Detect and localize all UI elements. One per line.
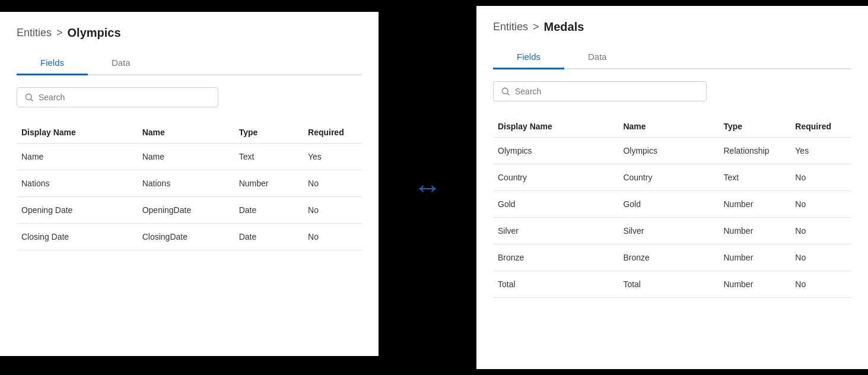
cell-name: Total xyxy=(618,271,718,298)
table-row: Total Total Number No xyxy=(493,271,851,298)
cell-display-name: Olympics xyxy=(493,138,618,164)
table-header-left: Display Name Name Type Required xyxy=(17,122,362,144)
cell-display-name: Country xyxy=(493,164,618,191)
tab-fields-right[interactable]: Fields xyxy=(493,46,564,69)
tab-data-left[interactable]: Data xyxy=(88,52,154,75)
search-icon-right xyxy=(501,87,510,96)
svg-point-2 xyxy=(502,88,508,94)
table-row: Opening Date OpeningDate Date No xyxy=(17,197,362,224)
table-row: Closing Date ClosingDate Date No xyxy=(17,224,362,250)
table-row: Bronze Bronze Number No xyxy=(493,244,851,271)
cell-type: Date xyxy=(234,224,303,250)
cell-type: Number xyxy=(234,170,303,197)
cell-type: Text xyxy=(719,164,791,191)
table-row: Gold Gold Number No xyxy=(493,191,851,218)
col-header-display-name-right: Display Name xyxy=(493,116,618,138)
cell-required: No xyxy=(790,191,851,218)
cell-required: No xyxy=(790,244,851,271)
cell-name: OpeningDate xyxy=(138,197,234,224)
breadcrumb-separator-right: > xyxy=(533,21,539,33)
cell-type: Text xyxy=(234,144,303,170)
cell-name: Country xyxy=(618,164,718,191)
cell-display-name: Nations xyxy=(17,170,138,197)
svg-point-0 xyxy=(26,94,31,100)
breadcrumb-entities-left: Entities xyxy=(17,27,52,39)
cell-name: ClosingDate xyxy=(138,224,234,250)
cell-display-name: Gold xyxy=(493,191,618,218)
cell-required: No xyxy=(303,224,362,250)
col-header-type-right: Type xyxy=(719,116,791,138)
cell-type: Number xyxy=(719,191,791,218)
table-row: Silver Silver Number No xyxy=(493,218,851,244)
cell-name: Bronze xyxy=(618,244,718,271)
cell-name: Gold xyxy=(618,191,718,218)
table-row: Nations Nations Number No xyxy=(17,170,362,197)
col-header-type-left: Type xyxy=(234,122,303,144)
cell-display-name: Name xyxy=(17,144,138,170)
breadcrumb-entities-right: Entities xyxy=(493,21,528,33)
tabs-right: Fields Data xyxy=(493,46,851,69)
cell-display-name: Silver xyxy=(493,218,618,244)
cell-required: No xyxy=(790,218,851,244)
double-arrow-icon: ↔ xyxy=(414,173,442,202)
search-box-right xyxy=(493,81,707,101)
breadcrumb-current-right: Medals xyxy=(544,20,584,34)
cell-display-name: Bronze xyxy=(493,244,618,271)
breadcrumb-right: Entities > Medals xyxy=(493,20,851,34)
cell-type: Number xyxy=(719,218,791,244)
cell-display-name: Opening Date xyxy=(17,197,138,224)
cell-required: Yes xyxy=(303,144,362,170)
table-row: Name Name Text Yes xyxy=(17,144,362,170)
cell-name: Silver xyxy=(618,218,718,244)
cell-required: Yes xyxy=(790,138,851,164)
tab-data-right[interactable]: Data xyxy=(564,46,631,69)
table-header-right: Display Name Name Type Required xyxy=(493,116,851,138)
svg-line-3 xyxy=(507,93,510,96)
table-row: Olympics Olympics Relationship Yes xyxy=(493,138,851,164)
svg-line-1 xyxy=(31,99,33,101)
right-panel: Entities > Medals Fields Data Display Na… xyxy=(476,6,868,369)
cell-display-name: Closing Date xyxy=(17,224,138,250)
col-header-name-right: Name xyxy=(618,116,718,138)
col-header-required-right: Required xyxy=(790,116,851,138)
cell-required: No xyxy=(303,170,362,197)
breadcrumb-current-left: Olympics xyxy=(68,26,121,40)
cell-name: Olympics xyxy=(618,138,718,164)
cell-type: Number xyxy=(719,244,791,271)
search-input-right[interactable] xyxy=(515,87,699,96)
cell-type: Number xyxy=(719,271,791,298)
col-header-name-left: Name xyxy=(138,122,234,144)
cell-required: No xyxy=(303,197,362,224)
cell-type: Date xyxy=(234,197,303,224)
col-header-display-name-left: Display Name xyxy=(17,122,138,144)
relationship-arrow: ↔ xyxy=(379,173,476,202)
table-row: Country Country Text No xyxy=(493,164,851,191)
cell-name: Nations xyxy=(138,170,234,197)
col-header-required-left: Required xyxy=(303,122,362,144)
cell-required: No xyxy=(790,164,851,191)
cell-required: No xyxy=(790,271,851,298)
search-icon-left xyxy=(24,93,34,102)
cell-display-name: Total xyxy=(493,271,618,298)
cell-type: Relationship xyxy=(719,138,791,164)
search-input-left[interactable] xyxy=(39,93,211,102)
tab-fields-left[interactable]: Fields xyxy=(17,52,88,75)
breadcrumb-left: Entities > Olympics xyxy=(17,26,362,40)
left-panel: Entities > Olympics Fields Data Display … xyxy=(0,12,379,356)
tabs-left: Fields Data xyxy=(17,52,362,75)
search-box-left xyxy=(17,87,218,107)
fields-table-left: Display Name Name Type Required Name Nam… xyxy=(17,122,362,250)
cell-name: Name xyxy=(138,144,234,170)
breadcrumb-separator-left: > xyxy=(56,27,63,39)
fields-table-right: Display Name Name Type Required Olympics… xyxy=(493,116,851,298)
